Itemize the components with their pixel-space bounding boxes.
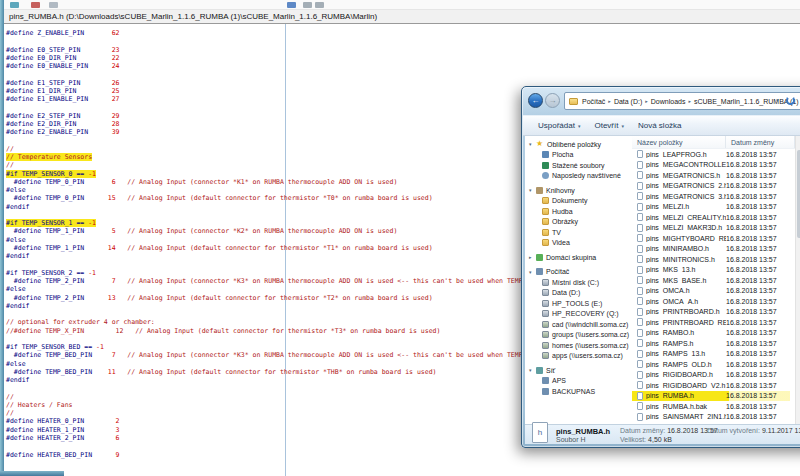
file-icon	[637, 182, 643, 190]
chevron-down-icon[interactable]: ▾	[529, 141, 536, 147]
file-row[interactable]: pins_MELZI.h16.8.2018 13:57	[632, 202, 800, 213]
netdrive-icon	[542, 331, 549, 338]
sidebar-section-pocitac[interactable]: ▾Počítač	[525, 267, 632, 278]
file-name: pins_PRINTRBOARD_REVF.h	[646, 319, 726, 326]
chevron-right-icon[interactable]: ▸	[529, 254, 536, 260]
toolbar-icon[interactable]	[315, 2, 324, 8]
sidebar-item-homes-users-soma-cz[interactable]: homes (\\users.soma.cz)	[525, 340, 632, 351]
sidebar-item-dokumenty[interactable]: Dokumenty	[525, 196, 632, 207]
sidebar-item-aps[interactable]: APS	[525, 376, 632, 387]
file-name: pins_RIGIDBOARD_V2.h	[646, 382, 726, 389]
scrollbar[interactable]	[795, 136, 800, 424]
chevron-down-icon[interactable]: ▾	[529, 269, 536, 275]
sidebar-item-mistni-disk-c[interactable]: Místní disk (C:)	[525, 277, 632, 288]
chevron-down-icon[interactable]: ▾	[529, 367, 536, 373]
sidebar-item-plocha[interactable]: Plocha	[525, 150, 632, 161]
file-row[interactable]: pins_MEGATRONICS_3.h16.8.2018 13:57	[632, 191, 800, 202]
toolbar-button-otevrit[interactable]: Otevřít▾	[587, 119, 631, 132]
sidebar-section-oblibene-polozky[interactable]: ▾★Oblíbené položky	[525, 139, 632, 150]
forward-button[interactable]: →	[545, 93, 560, 108]
file-row[interactable]: pins_MINITRONICS.h16.8.2018 13:57	[632, 254, 800, 265]
file-icon	[637, 276, 643, 284]
toolbar-button-label: Otevřít	[594, 121, 618, 130]
sidebar-item-backupnas[interactable]: BACKUPNAS	[525, 386, 632, 397]
file-row[interactable]: pins_RIGIDBOARD_V2.h16.8.2018 13:57	[632, 380, 800, 391]
toolbar-icon[interactable]	[287, 2, 296, 8]
file-row[interactable]: pins_RUMBA.h16.8.2018 13:57	[632, 391, 800, 402]
sidebar-item-naposledy-navstivene[interactable]: Naposledy navštívené	[525, 171, 632, 182]
file-row[interactable]: pins_RAMBO.h16.8.2018 13:57	[632, 328, 800, 339]
file-row[interactable]: pins_RAMPS.h16.8.2018 13:57	[632, 338, 800, 349]
column-header-name[interactable]: Název položky	[632, 136, 726, 148]
file-row[interactable]: pins_MEGATRONICS_2.h16.8.2018 13:57	[632, 181, 800, 192]
file-row[interactable]: pins_MEGATRONICS.h16.8.2018 13:57	[632, 170, 800, 181]
created-value: 9.11.2017 13:57	[762, 427, 800, 434]
file-row[interactable]: pins_MELZI_MAKR3D.h16.8.2018 13:57	[632, 223, 800, 234]
sidebar-label: Síť	[546, 367, 555, 374]
file-row[interactable]: pins_RIGIDBOARD.h16.8.2018 13:57	[632, 370, 800, 381]
refresh-icon[interactable]	[786, 96, 795, 105]
file-date: 16.8.2018 13:57	[726, 277, 777, 284]
file-row[interactable]: pins_PRINTRBOARD_REVF.h16.8.2018 13:57	[632, 317, 800, 328]
toolbar-icon[interactable]	[303, 2, 312, 8]
sidebar-item-tv[interactable]: TV	[525, 227, 632, 238]
sidebar-item-cad-windchill-soma-cz[interactable]: cad (\\windchill.soma.cz)	[525, 319, 632, 330]
editor-tab[interactable]: pins_RUMBA.h (D:\Downloads\sCUBE_Marlin_…	[4, 10, 800, 24]
sidebar-section-domaci-skupina[interactable]: ▸Domácí skupina	[525, 252, 632, 263]
sidebar-item-obrazky[interactable]: Obrázky	[525, 217, 632, 228]
file-icon	[637, 329, 643, 337]
command-bar: Uspořádat▾Otevřít▾Nová složka	[523, 115, 800, 136]
network-icon	[536, 367, 543, 374]
file-row[interactable]: pins_SAINSMART_2IN1.h16.8.2018 13:57	[632, 412, 800, 423]
sidebar-item-hudba[interactable]: Hudba	[525, 206, 632, 217]
file-row[interactable]: pins_MKS_BASE.h16.8.2018 13:57	[632, 275, 800, 286]
address-bar[interactable]: Počítač▸Data (D:)▸Downloads▸sCUBE_Marlin…	[564, 92, 800, 110]
sidebar-item-data-d[interactable]: Data (D:)	[525, 288, 632, 299]
file-date: 16.8.2018 13:57	[726, 224, 777, 231]
sidebar-section-sit[interactable]: ▾Síť	[525, 365, 632, 376]
sidebar-label: Hudba	[552, 208, 573, 215]
file-row[interactable]: pins_OMCA.h16.8.2018 13:57	[632, 286, 800, 297]
file-row[interactable]: pins_LEAPFROG.h16.8.2018 13:57	[632, 149, 800, 160]
breadcrumb-item-data-d[interactable]: Data (D:)	[614, 98, 642, 105]
toolbar-icon[interactable]	[49, 2, 58, 8]
file-name: pins_MINIRAMBO.h	[646, 245, 726, 252]
file-name: pins_RAMPS_13.h	[646, 350, 726, 357]
file-name: pins_MEGACONTROLLER.h	[646, 161, 726, 168]
breadcrumb-item-scube-marlin-1-1-6-rumba-1[interactable]: sCUBE_Marlin_1.1.6_RUMBA (1)	[694, 98, 799, 105]
sidebar-item-apps-users-soma-cz[interactable]: apps (\\users.soma.cz)	[525, 351, 632, 362]
file-name: pins_MIGHTYBOARD_REVE.h	[646, 235, 726, 242]
sidebar-label: Plocha	[552, 151, 573, 158]
sidebar-item-hp-tools-e[interactable]: HP_TOOLS (E:)	[525, 298, 632, 309]
file-row[interactable]: pins_PRINTRBOARD.h16.8.2018 13:57	[632, 307, 800, 318]
address-dropdown-icon[interactable]: ▾	[776, 97, 779, 103]
file-row[interactable]: pins_RAMPS_OLD.h16.8.2018 13:57	[632, 359, 800, 370]
toolbar-icon[interactable]	[31, 2, 40, 8]
breadcrumb-item-downloads[interactable]: Downloads	[651, 98, 686, 105]
file-icon	[637, 255, 643, 263]
sidebar-section-knihovny[interactable]: ▾Knihovny	[525, 185, 632, 196]
file-row[interactable]: pins_MINIRAMBO.h16.8.2018 13:57	[632, 244, 800, 255]
file-row[interactable]: pins_RUMBA.h.bak16.8.2018 13:57	[632, 401, 800, 412]
code-line	[6, 70, 800, 78]
file-row[interactable]: pins_MKS_13.h16.8.2018 13:57	[632, 265, 800, 276]
editor-toolbar	[4, 0, 800, 10]
back-button[interactable]: ←	[528, 93, 543, 108]
sidebar-item-hp-recovery-q[interactable]: HP_RECOVERY (Q:)	[525, 309, 632, 320]
sidebar-item-videa[interactable]: Videa	[525, 238, 632, 249]
file-row[interactable]: pins_OMCA_A.h16.8.2018 13:57	[632, 296, 800, 307]
sidebar-item-groups-users-soma-cz[interactable]: groups (\\users.soma.cz)	[525, 330, 632, 341]
file-row[interactable]: pins_MIGHTYBOARD_REVE.h16.8.2018 13:57	[632, 233, 800, 244]
file-row[interactable]: pins_MEGACONTROLLER.h16.8.2018 13:57	[632, 160, 800, 171]
explorer-window: ← → Počítač▸Data (D:)▸Downloads▸sCUBE_Ma…	[521, 86, 800, 448]
breadcrumb-item-pocitac[interactable]: Počítač	[582, 98, 605, 105]
toolbar-button-usporadat[interactable]: Uspořádat▾	[531, 119, 587, 132]
chevron-down-icon[interactable]: ▾	[529, 187, 536, 193]
file-row[interactable]: pins_MELZI_CREALITY.h16.8.2018 13:57	[632, 212, 800, 223]
toolbar-button-nova-slozka[interactable]: Nová složka	[631, 119, 689, 132]
file-row[interactable]: pins_RAMPS_13.h16.8.2018 13:57	[632, 349, 800, 360]
toolbar-icon[interactable]	[10, 2, 19, 8]
sidebar-item-stazene-soubory[interactable]: Stažené soubory	[525, 160, 632, 171]
folder-icon	[569, 98, 578, 105]
column-header-date[interactable]: Datum změny	[726, 136, 795, 148]
